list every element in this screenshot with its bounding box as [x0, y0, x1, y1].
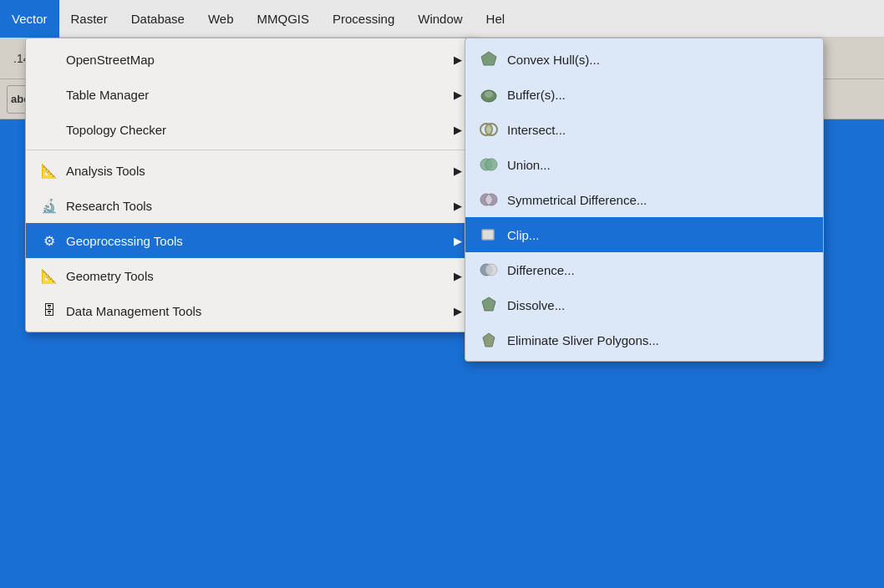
menu-geoprocessing-tools[interactable]: ⚙ Geoprocessing Tools ▶ — [26, 223, 475, 258]
dissolve-icon — [479, 295, 499, 315]
union-label: Union... — [507, 158, 551, 172]
analysis-tools-icon: 📐 — [39, 160, 59, 180]
union-icon — [479, 155, 499, 175]
menubar-raster[interactable]: Raster — [59, 0, 119, 38]
intersect-label: Intersect... — [507, 123, 566, 137]
menubar-mmqgis[interactable]: MMQGIS — [246, 0, 322, 38]
difference-icon — [479, 260, 499, 280]
menu-topology-checker[interactable]: Topology Checker ▶ — [26, 112, 475, 147]
menu-research-tools[interactable]: 🔬 Research Tools ▶ — [26, 188, 475, 223]
submenu-buffer[interactable]: Buffer(s)... — [465, 77, 823, 112]
intersect-icon — [479, 119, 499, 139]
dissolve-label: Dissolve... — [507, 298, 565, 312]
menubar: Vector Raster Database Web MMQGIS Proces… — [0, 0, 884, 38]
menubar-web[interactable]: Web — [196, 0, 246, 38]
buffer-icon — [479, 84, 499, 104]
research-tools-icon: 🔬 — [39, 195, 59, 215]
sym-diff-label: Symmetrical Difference... — [507, 193, 647, 207]
svg-marker-13 — [483, 333, 495, 347]
geoprocessing-tools-icon: ⚙ — [39, 231, 59, 251]
geometry-tools-label: Geometry Tools — [66, 269, 154, 283]
submenu-sym-diff[interactable]: Symmetrical Difference... — [465, 182, 823, 217]
submenu-difference[interactable]: Difference... — [465, 252, 823, 287]
submenu-convex-hull[interactable]: Convex Hull(s)... — [465, 42, 823, 77]
menubar-vector[interactable]: Vector — [0, 0, 59, 38]
analysis-tools-label: Analysis Tools — [66, 164, 145, 178]
menubar-help[interactable]: Hel — [475, 0, 517, 38]
menubar-processing[interactable]: Processing — [321, 0, 406, 38]
menu-openstreetmap[interactable]: OpenStreetMap ▶ — [26, 42, 475, 77]
sym-diff-icon — [479, 190, 499, 210]
menu-geometry-tools[interactable]: 📐 Geometry Tools ▶ — [26, 258, 475, 293]
openstreetmap-label: OpenStreetMap — [66, 53, 155, 67]
openstreetmap-arrow: ▶ — [454, 53, 462, 66]
convex-hull-icon — [479, 49, 499, 69]
svg-point-6 — [485, 159, 497, 170]
topology-label: Topology Checker — [66, 123, 166, 137]
difference-label: Difference... — [507, 263, 575, 277]
openstreetmap-icon — [39, 49, 59, 69]
submenu-dissolve[interactable]: Dissolve... — [465, 287, 823, 322]
menubar-database[interactable]: Database — [119, 0, 196, 38]
table-manager-arrow: ▶ — [454, 89, 462, 101]
menu-divider-1 — [26, 150, 475, 150]
menubar-window[interactable]: Window — [406, 0, 474, 38]
data-management-icon: 🗄 — [39, 301, 59, 321]
buffer-label: Buffer(s)... — [507, 88, 566, 102]
analysis-tools-arrow: ▶ — [454, 165, 462, 177]
submenu-eliminate[interactable]: Eliminate Sliver Polygons... — [465, 322, 823, 357]
svg-point-11 — [485, 264, 497, 276]
eliminate-label: Eliminate Sliver Polygons... — [507, 333, 659, 347]
geoprocessing-tools-label: Geoprocessing Tools — [66, 234, 183, 248]
svg-marker-12 — [482, 297, 495, 311]
convex-hull-label: Convex Hull(s)... — [507, 53, 600, 67]
svg-rect-9 — [482, 230, 494, 240]
geometry-tools-arrow: ▶ — [454, 270, 462, 282]
menu-analysis-tools[interactable]: 📐 Analysis Tools ▶ — [26, 153, 475, 188]
table-manager-icon — [39, 84, 59, 104]
svg-point-2 — [485, 91, 493, 98]
menu-table-manager[interactable]: Table Manager ▶ — [26, 77, 475, 112]
data-management-label: Data Management Tools — [66, 304, 201, 318]
topology-icon — [39, 119, 59, 139]
eliminate-icon — [479, 330, 499, 350]
vector-dropdown: OpenStreetMap ▶ Table Manager ▶ Topology… — [25, 38, 476, 332]
submenu-union[interactable]: Union... — [465, 147, 823, 182]
geoprocessing-tools-arrow: ▶ — [454, 235, 462, 247]
topology-arrow: ▶ — [454, 124, 462, 136]
menu-data-management[interactable]: 🗄 Data Management Tools ▶ — [26, 293, 475, 328]
clip-label: Clip... — [507, 228, 539, 242]
data-management-arrow: ▶ — [454, 305, 462, 317]
svg-marker-0 — [481, 52, 496, 65]
research-tools-label: Research Tools — [66, 199, 152, 213]
clip-icon — [479, 225, 499, 245]
geoprocessing-submenu: Convex Hull(s)... Buffer(s)... Intersect… — [465, 38, 824, 362]
submenu-clip[interactable]: Clip... — [465, 217, 823, 252]
submenu-intersect[interactable]: Intersect... — [465, 112, 823, 147]
table-manager-label: Table Manager — [66, 88, 149, 102]
research-tools-arrow: ▶ — [454, 200, 462, 212]
geometry-tools-icon: 📐 — [39, 266, 59, 286]
